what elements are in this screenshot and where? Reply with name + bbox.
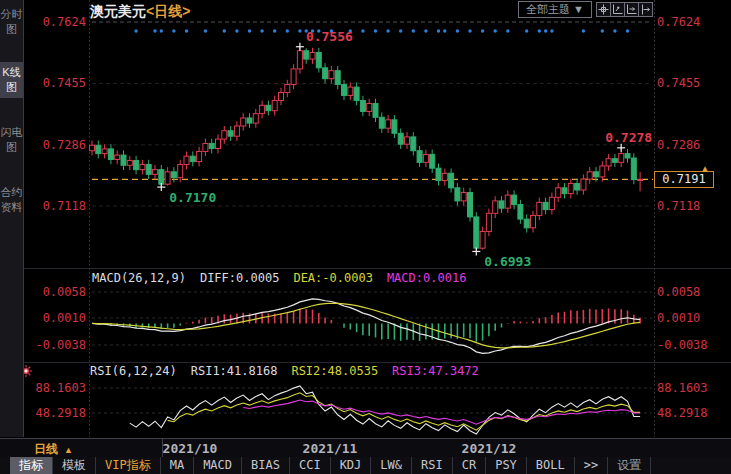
indicator-toolbar: 指标模板VIP指标MAMACDBIASCCIKDJLW&RSICRPSYBOLL… (0, 457, 731, 474)
macd-macd-value: MACD:0.0016 (387, 271, 466, 285)
sidebar-tab-lightning-chart[interactable]: 闪电图 (0, 122, 23, 158)
toolbar-item-9[interactable]: RSI (412, 457, 453, 474)
date-tick-december: 2021/12 (454, 440, 524, 457)
date-axis-bar: 日线▲ 2021/10 2021/11 2021/12 (0, 438, 731, 458)
sidebar-tab-kline-chart[interactable]: K线图 (0, 62, 23, 98)
toolbar-item-5[interactable]: BIAS (242, 457, 290, 474)
toolbar-item-10[interactable]: CR (453, 457, 486, 474)
period-arrow-icon: ▲ (64, 445, 73, 455)
date-tick-november: 2021/11 (295, 440, 365, 457)
toolbar-item-0[interactable]: 指标 (10, 457, 53, 474)
rsi2-value: RSI2:48.0535 (291, 364, 378, 378)
rsi-indicator-header: RSI(6,12,24) RSI1:41.8168 RSI2:48.0535 R… (90, 364, 479, 378)
toolbar-item-14[interactable]: 设置 (608, 457, 651, 474)
period-selector[interactable]: 日线▲ (24, 439, 163, 457)
alert-starburst-icon (24, 369, 29, 374)
macd-dea-value: DEA:-0.0003 (293, 271, 372, 285)
axis-zoom-vertical-button[interactable] (610, 2, 625, 17)
sidebar-tab-time-chart[interactable]: 分时图 (0, 4, 23, 40)
rsi1-value: RSI1:41.8168 (191, 364, 278, 378)
toolbar-item-13[interactable]: >> (575, 457, 608, 474)
axis-zoom-horizontal-button[interactable] (624, 2, 639, 17)
toolbar-item-4[interactable]: MACD (194, 457, 242, 474)
macd-title: MACD(26,12,9) (92, 271, 186, 285)
toolbar-item-11[interactable]: PSY (486, 457, 527, 474)
toolbar-item-3[interactable]: MA (161, 457, 194, 474)
jump-to-latest-icon[interactable]: ▲ (700, 163, 710, 175)
rsi-title: RSI(6,12,24) (90, 364, 177, 378)
symbol-name: 澳元美元 (90, 3, 146, 19)
toolbar-item-2[interactable]: VIP指标 (96, 457, 161, 474)
pan-right-button[interactable] (638, 2, 653, 17)
macd-diff-value: DIFF:0.0005 (200, 271, 279, 285)
sidebar: 分时图 K线图 闪电图 合约资料 (0, 0, 24, 437)
toolbar-item-6[interactable]: CCI (290, 457, 331, 474)
date-tick-october: 2021/10 (155, 440, 225, 457)
toolbar-item-12[interactable]: BOLL (527, 457, 575, 474)
trading-app-window: 分时图 K线图 闪电图 合约资料 澳元美元<日线> 全部主题 ▼ MACD(26… (0, 0, 731, 474)
theme-selector-dropdown[interactable]: 全部主题 ▼ (518, 1, 592, 18)
macd-indicator-header: MACD(26,12,9) DIFF:0.0005 DEA:-0.0003 MA… (92, 271, 466, 285)
toolbar-item-7[interactable]: KDJ (331, 457, 372, 474)
toolbar-item-1[interactable]: 模板 (53, 457, 96, 474)
period-tag: <日线> (146, 3, 190, 19)
rsi3-value: RSI3:47.3472 (392, 364, 479, 378)
period-label: 日线 (34, 442, 58, 456)
crosshair-button[interactable] (596, 2, 611, 17)
sidebar-tab-contract-info[interactable]: 合约资料 (0, 182, 23, 218)
toolbar-item-8[interactable]: LW& (371, 457, 412, 474)
chart-title: 澳元美元<日线> (90, 3, 190, 21)
